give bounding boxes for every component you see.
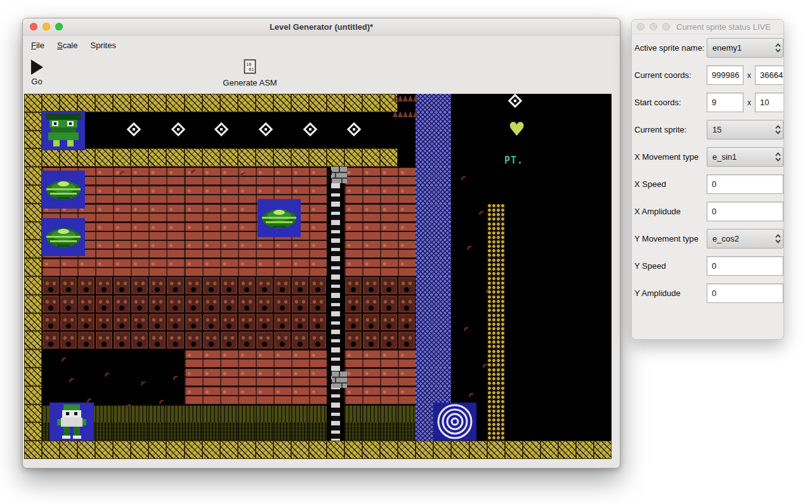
tile-brick: [166, 167, 184, 185]
tile-brick: [344, 349, 362, 368]
tile-gold-block: [113, 441, 131, 459]
stepper-icon[interactable]: [775, 152, 781, 162]
diamond-icon: [128, 123, 140, 136]
tile-dark-crate: [202, 295, 220, 313]
y-amplitude-input[interactable]: 0: [707, 283, 783, 303]
tile-empty: [558, 94, 576, 112]
x-movement-type-combobox[interactable]: e_sin1: [707, 147, 783, 167]
saucer-sprite[interactable]: [42, 171, 85, 209]
x-amplitude-input[interactable]: 0: [707, 202, 783, 221]
saucer-sprite[interactable]: [42, 218, 85, 256]
tile-ground: [291, 404, 309, 423]
title-bar[interactable]: Level Generator (untitled)*: [23, 18, 620, 36]
tile-brick: [113, 222, 131, 240]
y-speed-input[interactable]: 0: [707, 256, 783, 276]
tile-ground-dark: [238, 422, 256, 441]
menu-file[interactable]: File: [25, 41, 51, 50]
start-coords-x-input[interactable]: 9: [707, 93, 743, 112]
start-coords-y-input[interactable]: 10: [755, 93, 784, 112]
tile-gold-block: [380, 148, 398, 167]
tile-dark-crate: [131, 295, 148, 313]
current-coords-label: Current coords:: [634, 70, 707, 80]
current-coords-y-input[interactable]: 366643: [755, 65, 784, 85]
generate-asm-button[interactable]: 10 01 Generate ASM: [206, 59, 294, 87]
tile-empty: [523, 331, 540, 349]
tile-empty: [594, 204, 612, 222]
menu-sprites[interactable]: Sprites: [84, 41, 122, 50]
tile-brick: [309, 222, 327, 240]
tile-empty: [42, 386, 60, 404]
tile-empty: [540, 185, 558, 204]
tile-gold-block: [362, 94, 380, 112]
tile-empty: [576, 94, 594, 112]
go-button[interactable]: Go: [24, 60, 49, 86]
tile-dark-crate: [273, 313, 291, 332]
tile-brick: [309, 185, 327, 204]
zoom-button[interactable]: [55, 23, 63, 30]
current-sprite-combobox[interactable]: 15: [707, 120, 783, 139]
tile-empty: [523, 313, 540, 332]
tile-empty: [505, 313, 523, 332]
field-current-coords: Current coords:999986x366643: [632, 61, 783, 89]
tile-brick: [220, 368, 238, 386]
tile-gold-block: [256, 441, 273, 459]
spiral-sprite[interactable]: [433, 403, 476, 441]
close-button[interactable]: [30, 23, 37, 30]
tile-empty: [185, 131, 202, 149]
tile-empty: [523, 258, 540, 276]
tile-gold-block: [273, 148, 291, 167]
panel-title-bar[interactable]: Current sprite status LIVE: [632, 20, 783, 34]
tile-brick: [344, 204, 362, 222]
tile-purple-hatch: [416, 185, 433, 204]
tile-gold-block: [291, 94, 309, 112]
tile-gold-dots: [487, 386, 505, 404]
diamond-icon: [259, 123, 272, 136]
tile-empty: [60, 386, 77, 404]
tile-dark-crate: [238, 276, 256, 295]
tile-purple-hatch: [416, 258, 433, 276]
tile-purple-hatch: [416, 404, 433, 423]
minimize-button[interactable]: [43, 23, 50, 30]
tile-brick: [95, 258, 113, 276]
tile-brick: [238, 258, 256, 276]
alien-sprite[interactable]: [42, 111, 85, 150]
tile-dark-crate: [60, 313, 77, 332]
close-button[interactable]: [637, 23, 645, 30]
tile-dark-crate: [291, 276, 309, 295]
tile-purple-hatch: [416, 331, 433, 349]
tile-empty: [77, 368, 95, 386]
diamond-icon: [348, 123, 360, 136]
menu-bar: FileScaleSprites: [23, 36, 620, 55]
tile-empty: [576, 131, 594, 149]
tile-purple-hatch: [433, 131, 451, 149]
stepper-icon[interactable]: [775, 234, 781, 243]
player-sprite[interactable]: [49, 403, 94, 441]
tile-empty: [469, 313, 487, 332]
menu-scale[interactable]: Scale: [51, 41, 84, 50]
current-coords-x-input[interactable]: 999986: [707, 65, 743, 85]
tile-empty: [505, 204, 523, 222]
tile-brick: [362, 222, 380, 240]
saucer-sprite[interactable]: [258, 199, 301, 237]
tile-brick: [398, 185, 416, 204]
tile-ladder: [327, 258, 344, 276]
tile-gold-dots: [487, 258, 505, 276]
tile-ladder: [327, 313, 344, 332]
tile-brick: [309, 349, 327, 368]
tile-brick: [113, 240, 131, 258]
tile-dark-crate: [256, 331, 273, 349]
tile-dark-crate: [166, 276, 184, 295]
stepper-icon[interactable]: [775, 125, 781, 134]
minimize-button[interactable]: [650, 23, 657, 30]
tile-ground-dark: [185, 422, 202, 441]
x-speed-input[interactable]: 0: [707, 174, 783, 194]
stepper-icon[interactable]: [775, 43, 781, 53]
y-movement-type-combobox[interactable]: e_cos2: [707, 229, 783, 249]
tile-purple-hatch: [433, 331, 451, 349]
level-canvas[interactable]: ♥PT.: [24, 94, 612, 459]
tile-empty: [131, 386, 148, 404]
active-sprite-name-combobox[interactable]: enemy1: [707, 38, 783, 58]
zoom-button[interactable]: [662, 23, 670, 30]
tile-empty: [380, 131, 398, 149]
tile-empty: [540, 404, 558, 423]
